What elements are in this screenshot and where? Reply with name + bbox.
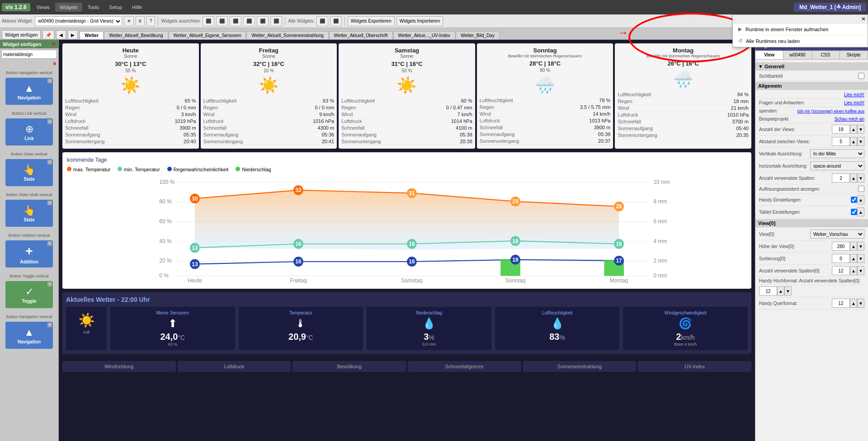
spalten-down[interactable]: ▼ <box>857 174 864 183</box>
tab-ueberschrift[interactable]: Wetter_Aktuell_Überschrift <box>329 31 393 39</box>
menu-views[interactable]: Views <box>32 3 54 12</box>
sichtbarkeit-checkbox[interactable] <box>858 73 864 79</box>
info-widget-btn[interactable]: ? <box>146 16 156 26</box>
svg-text:2 mm: 2 mm <box>653 258 667 264</box>
sortierung-down[interactable]: ▼ <box>857 254 864 263</box>
anzahl-views-up[interactable]: ▲ <box>850 125 857 134</box>
rpanel-tab-css[interactable]: CSS <box>812 51 840 59</box>
weather-card-heute: Heute Sonne 30°C | 13°C 55 % ☀️ Luftfeuc… <box>62 43 199 149</box>
addition-expand[interactable]: + <box>47 241 52 246</box>
horiz-ausrichtung-select[interactable]: space-around <box>810 161 864 170</box>
tab-wetter[interactable]: Wetter <box>80 31 104 39</box>
handy-hoch-input[interactable] <box>759 286 777 296</box>
align-center-btn[interactable]: ⬛ <box>216 16 228 26</box>
spalten-up[interactable]: ▲ <box>850 174 857 183</box>
abstand-input[interactable] <box>832 137 850 146</box>
nav1-btn[interactable]: ▲ Navigation + <box>5 78 53 105</box>
sortierung-input[interactable] <box>832 254 850 263</box>
rpanel-tab-view[interactable]: View <box>755 51 783 59</box>
handy-quer-down[interactable]: ▼ <box>857 299 864 308</box>
nav1-expand[interactable]: + <box>47 79 52 83</box>
menu-widgets[interactable]: Widgets <box>55 3 82 12</box>
menu-tools[interactable]: Tools <box>83 3 104 12</box>
handy-expand[interactable]: ▲ <box>857 195 864 204</box>
handy-hoch-down[interactable]: ▼ <box>784 286 792 296</box>
spalten0-down[interactable]: ▼ <box>857 266 864 275</box>
spenden-link[interactable]: Gib mir (Scrounger) einen Kaffee aus <box>797 109 864 113</box>
generell-section[interactable]: ▼ Generell <box>755 62 868 70</box>
hoehe-down[interactable]: ▼ <box>857 242 864 251</box>
toggle-btn[interactable]: ✓ Toggle + <box>5 281 53 308</box>
align-middle-btn[interactable]: ⬛ <box>257 16 269 26</box>
aufloesung-checkbox[interactable] <box>858 186 864 192</box>
link-btn[interactable]: ⊕ Link + <box>5 118 53 145</box>
handy-hoch-up[interactable]: ▲ <box>777 286 784 296</box>
beispiel-link[interactable]: Schau mich an <box>835 117 864 122</box>
tab-uv[interactable]: Wetter_Aktue..._UV-Index <box>393 31 455 39</box>
tablet-expand[interactable]: ▲ <box>857 207 864 216</box>
abstand-up[interactable]: ▲ <box>850 137 857 146</box>
addition-btn[interactable]: + Addition + <box>5 240 53 267</box>
allgemein-section[interactable]: Allgemein <box>755 82 868 90</box>
sidebar-close-btn[interactable]: ✕ <box>52 41 56 47</box>
delete-widget-btn[interactable]: ✕ <box>124 16 134 26</box>
state-multi-btn[interactable]: 👆 State + <box>5 200 53 227</box>
toggle-expand[interactable]: + <box>47 282 52 286</box>
rpanel-tab-skripte[interactable]: Skripte <box>840 51 868 59</box>
nav-next-btn[interactable]: ▶ <box>68 30 78 39</box>
view0-name-select[interactable]: Wetter_Vorschau <box>810 230 864 239</box>
handy-checkbox[interactable] <box>851 197 857 203</box>
all-widgets-btn[interactable]: ⬛ <box>316 16 328 26</box>
menu-hilfe[interactable]: Hilfe <box>127 3 146 12</box>
anzahl-views-down[interactable]: ▼ <box>857 125 864 134</box>
state-multi-expand[interactable]: + <box>47 201 52 205</box>
abstand-down[interactable]: ▼ <box>857 137 864 146</box>
all-widgets-btn2[interactable]: ⬛ <box>330 16 342 26</box>
state-expand[interactable]: + <box>47 160 52 164</box>
menu-setup[interactable]: Setup <box>104 3 127 12</box>
sortierung-up[interactable]: ▲ <box>850 254 857 263</box>
lies-mich-link[interactable]: Lies mich! <box>844 92 864 97</box>
hoehe-up[interactable]: ▲ <box>850 242 857 251</box>
tab-sonne[interactable]: Wetter_Aktuell_Sonneneinstrahlung <box>246 31 328 39</box>
vert-ausrichtung-select[interactable]: In der Mitte <box>810 149 864 158</box>
link-expand[interactable]: + <box>47 119 52 124</box>
align-top-btn[interactable]: ⬛ <box>243 16 255 26</box>
handy-quer-input[interactable] <box>832 299 850 308</box>
import-btn[interactable]: Widgets Importieren <box>396 16 443 26</box>
svg-text:13: 13 <box>192 261 198 267</box>
anzahl-views-input[interactable] <box>832 125 850 134</box>
state-btn[interactable]: 👆 State + <box>5 159 53 186</box>
align-right-btn[interactable]: ⬛ <box>230 16 241 26</box>
sidebar-toggle-btn[interactable]: 📌 <box>42 30 54 39</box>
widget-einfuegen-btn[interactable]: Widget einfügen <box>2 30 41 39</box>
handy-quer-up[interactable]: ▲ <box>850 299 857 308</box>
active-widget-select[interactable]: w00490 (materialdesign - Grid Views) <box>35 16 122 26</box>
tab-bild[interactable]: Wetter_Bild_Day <box>456 31 500 39</box>
dropdown-item-reload[interactable]: ↺ Alle Runtimes neu laden <box>733 35 868 47</box>
spalten0-input[interactable] <box>832 266 850 275</box>
rpanel-tab-w00490[interactable]: w00490 <box>783 51 811 59</box>
align-bottom-btn[interactable]: ⬛ <box>270 16 282 26</box>
spalten-input[interactable] <box>832 174 850 183</box>
hoehe-input[interactable] <box>832 242 850 251</box>
dropdown-close-btn[interactable]: ✕ <box>861 16 866 22</box>
svg-text:Freitag: Freitag <box>290 277 307 283</box>
freitag-icon: ☀️ <box>203 76 335 95</box>
align-left-btn[interactable]: ⬛ <box>203 16 214 26</box>
copy-widget-btn[interactable]: ⎘ <box>136 16 145 26</box>
sidebar-search-input[interactable] <box>1 50 57 59</box>
view0-section[interactable]: View[0] <box>755 219 868 227</box>
nav2-expand[interactable]: + <box>47 323 52 327</box>
nav-prev-btn[interactable]: ◀ <box>56 30 66 39</box>
tab-bewolkung[interactable]: Wetter_Aktuell_Bewölkung <box>104 31 168 39</box>
tab-sensoren[interactable]: Wetter_Aktuell_Eigene_Sensoren <box>169 31 246 39</box>
export-btn[interactable]: Widgets Exportieren <box>348 16 395 26</box>
svg-text:40 %: 40 % <box>159 238 172 244</box>
sidebar-close-x-btn[interactable]: ✕ <box>52 61 57 67</box>
nav2-btn[interactable]: ▲ Navigation + <box>5 322 53 349</box>
dropdown-item-runtime[interactable]: ▶ Runtime in einem Fenster aufmachen <box>733 23 868 35</box>
tablet-checkbox[interactable] <box>851 209 857 215</box>
fragen-link[interactable]: Lies mich! <box>844 100 864 105</box>
spalten0-up[interactable]: ▲ <box>850 266 857 275</box>
